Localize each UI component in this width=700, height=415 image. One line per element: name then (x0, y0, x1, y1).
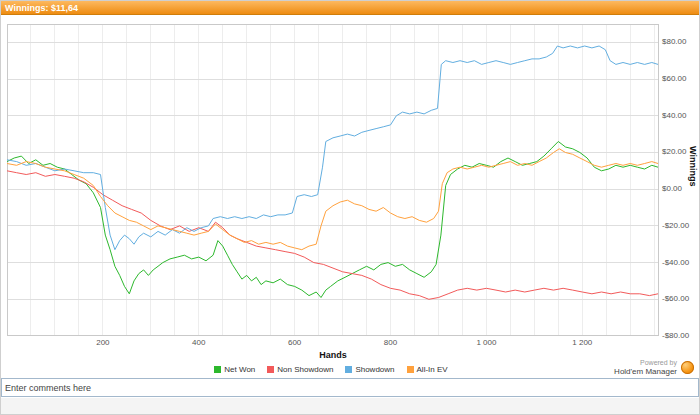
winnings-title-bar: Winnings: $11,64 (1, 1, 699, 15)
holdem-manager-logo-icon (681, 361, 694, 374)
x-tick-label: 1 200 (562, 338, 602, 347)
legend-swatch-net-won (214, 366, 221, 373)
legend-item-showdown: Showdown (345, 365, 394, 374)
y-tick-label: -$40.00 (662, 258, 689, 267)
x-tick-label: 400 (179, 338, 219, 347)
y-tick-label: $0.00 (662, 184, 682, 193)
y-tick-label: -$20.00 (662, 221, 689, 230)
legend-item-non-showdown: Non Showdown (267, 365, 333, 374)
y-tick-label: -$60.00 (662, 294, 689, 303)
legend-label-showdown: Showdown (355, 365, 394, 374)
y-tick-label: $80.00 (662, 37, 686, 46)
x-tick-label: 200 (83, 338, 123, 347)
x-tick-label: 800 (371, 338, 411, 347)
y-tick-label: $20.00 (662, 147, 686, 156)
y-tick-label: $60.00 (662, 74, 686, 83)
x-tick-label: 1 000 (466, 338, 506, 347)
legend-item-all-in-ev: All-In EV (407, 365, 448, 374)
winnings-total: Winnings: $11,64 (5, 3, 78, 13)
legend-swatch-showdown (345, 366, 352, 373)
footer-strip (1, 398, 699, 415)
comments-input[interactable] (1, 378, 699, 397)
legend-swatch-all-in-ev (407, 366, 414, 373)
y-tick-label: $40.00 (662, 111, 686, 120)
winnings-chart: $80.00$60.00$40.00$20.00$0.00-$20.00-$40… (1, 16, 699, 377)
legend-label-non-showdown: Non Showdown (277, 365, 333, 374)
x-axis-labels: 2004006008001 0001 200 (1, 338, 699, 348)
powered-by-text: Powered by Hold'em Manager (614, 358, 677, 377)
plot-canvas (7, 24, 659, 336)
legend-item-net-won: Net Won (214, 365, 255, 374)
y-axis-title: Winnings (688, 146, 698, 186)
brand-label: Hold'em Manager (614, 367, 677, 377)
series-line-non-showdown (7, 171, 658, 299)
holdem-manager-graph-window: Winnings: $11,64 $80.00$60.00$40.00$20.0… (0, 0, 700, 415)
series-line-net-won (7, 142, 658, 298)
x-axis-title: Hands (7, 350, 659, 360)
legend-label-all-in-ev: All-In EV (417, 365, 448, 374)
chart-legend: Net WonNon ShowdownShowdownAll-In EV (1, 365, 661, 374)
powered-by-block: Powered by Hold'em Manager (614, 358, 694, 377)
series-line-showdown (7, 46, 658, 250)
x-tick-label: 600 (275, 338, 315, 347)
powered-by-label: Powered by (614, 358, 677, 367)
legend-label-net-won: Net Won (224, 365, 255, 374)
series-line-all-in-ev (7, 149, 658, 250)
legend-swatch-non-showdown (267, 366, 274, 373)
